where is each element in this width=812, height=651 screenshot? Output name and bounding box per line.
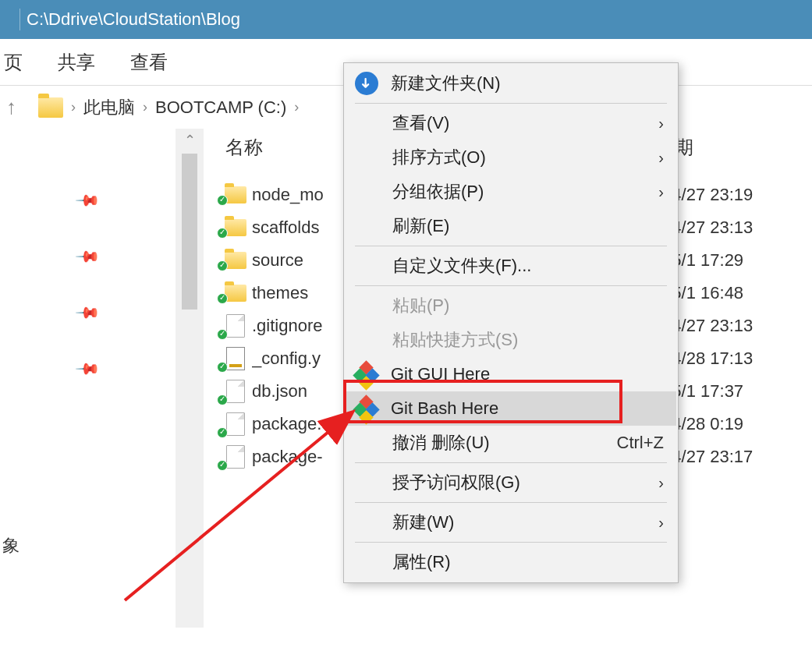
- sync-badge-icon: [217, 195, 228, 206]
- chevron-right-icon[interactable]: ›: [143, 99, 147, 115]
- chevron-right-icon: ›: [658, 149, 664, 167]
- newfolder-icon: [355, 72, 378, 95]
- chevron-right-icon: ›: [658, 115, 664, 133]
- pin-icon: 📌: [74, 356, 101, 383]
- pin-icon: 📌: [74, 299, 101, 327]
- file-icon: [226, 412, 245, 436]
- chevron-right-icon[interactable]: ›: [294, 99, 299, 115]
- folder-icon: [225, 285, 246, 302]
- sync-badge-icon: [217, 260, 228, 271]
- quick-access-pane: 📌 📌 📌 📌: [0, 129, 176, 628]
- file-icon-cell: [219, 252, 252, 269]
- menu-separator: [355, 502, 667, 503]
- menu-separator: [355, 246, 667, 246]
- folder-icon: [225, 219, 246, 236]
- breadcrumb-item-drive[interactable]: BOOTCAMP (C:): [155, 97, 286, 118]
- titlebar-path: C:\Ddrive\CloudStation\Blog: [27, 9, 240, 30]
- ribbon-tab-share[interactable]: 共享: [54, 50, 99, 75]
- chevron-right-icon: ›: [658, 183, 664, 201]
- file-icon: [226, 380, 245, 403]
- menu-separator: [355, 285, 667, 286]
- sync-badge-icon: [217, 293, 228, 304]
- menu-view[interactable]: 查看(V)›: [346, 106, 676, 140]
- chevron-right-icon[interactable]: ›: [71, 99, 76, 115]
- menu-separator: [355, 103, 667, 104]
- menu-refresh[interactable]: 刷新(E): [346, 209, 676, 243]
- file-icon-cell: [219, 314, 252, 338]
- scrollbar[interactable]: ⌃: [176, 129, 204, 628]
- sync-badge-icon: [217, 394, 228, 405]
- sync-badge-icon: [217, 228, 228, 239]
- scroll-thumb[interactable]: [182, 154, 197, 310]
- scroll-up-icon[interactable]: ⌃: [184, 129, 196, 152]
- file-icon-cell: [219, 219, 252, 236]
- file-icon-cell: [219, 412, 252, 436]
- sync-badge-icon: [217, 362, 228, 373]
- menu-group[interactable]: 分组依据(P)›: [346, 175, 676, 209]
- menu-new[interactable]: 新建(W)›: [346, 505, 676, 540]
- file-icon: [226, 445, 245, 469]
- menu-paste: 粘贴(P): [346, 288, 676, 323]
- ribbon-tab-page[interactable]: 页: [0, 50, 27, 75]
- annotation-highlight-box: [343, 380, 622, 423]
- sidebar-label-partial: 象: [0, 534, 20, 557]
- sync-badge-icon: [217, 427, 228, 438]
- ribbon-tab-view[interactable]: 查看: [126, 50, 195, 75]
- pin-icon: 📌: [74, 243, 101, 271]
- menu-properties[interactable]: 属性(R): [346, 545, 676, 579]
- menu-grant-access[interactable]: 授予访问权限(G)›: [346, 465, 676, 500]
- menu-sort[interactable]: 排序方式(O)›: [346, 140, 676, 175]
- file-icon: [226, 314, 245, 338]
- menu-paste-shortcut: 粘贴快捷方式(S): [346, 323, 676, 357]
- context-menu: 新建文件夹(N) 查看(V)› 排序方式(O)› 分组依据(P)› 刷新(E) …: [343, 62, 679, 583]
- up-arrow-icon[interactable]: ↑: [6, 95, 16, 119]
- file-icon-cell: [219, 445, 252, 469]
- menu-separator: [355, 462, 667, 463]
- chevron-right-icon: ›: [658, 474, 664, 492]
- yml-file-icon: [226, 347, 245, 370]
- breadcrumb-item-pc[interactable]: 此电脑: [83, 96, 135, 119]
- file-icon-cell: [219, 380, 252, 403]
- menu-shortcut: Ctrl+Z: [617, 433, 665, 453]
- file-icon-cell: [219, 347, 252, 370]
- sync-badge-icon: [217, 329, 228, 340]
- file-icon-cell: [219, 285, 252, 302]
- pin-icon: 📌: [74, 187, 101, 214]
- folder-icon: [225, 252, 246, 269]
- folder-icon: [38, 97, 63, 118]
- menu-new-folder[interactable]: 新建文件夹(N): [346, 66, 676, 101]
- titlebar-divider: [20, 9, 20, 30]
- chevron-right-icon: ›: [658, 514, 664, 532]
- sync-badge-icon: [217, 460, 228, 471]
- menu-separator: [355, 542, 667, 543]
- menu-undo-delete[interactable]: 撤消 删除(U)Ctrl+Z: [346, 426, 676, 460]
- folder-icon: [225, 186, 246, 203]
- titlebar: C:\Ddrive\CloudStation\Blog: [0, 0, 812, 39]
- file-icon-cell: [219, 186, 252, 203]
- menu-customize-folder[interactable]: 自定义文件夹(F)...: [346, 249, 676, 283]
